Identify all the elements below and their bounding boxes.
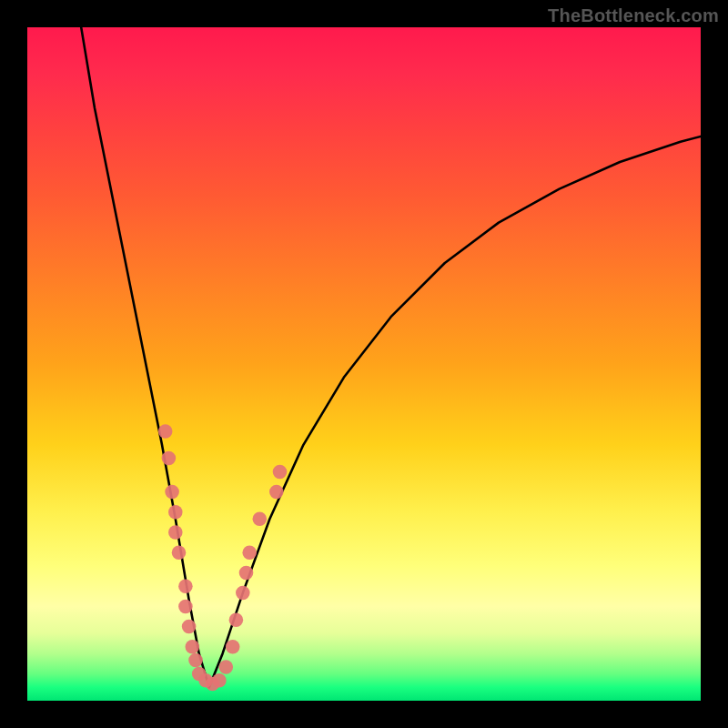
data-point	[239, 566, 254, 581]
data-point	[178, 579, 193, 593]
data-point	[178, 600, 193, 614]
data-point	[269, 485, 284, 500]
outer-frame: TheBottleneck.com	[0, 0, 728, 728]
data-point	[242, 545, 257, 560]
data-point	[158, 424, 173, 439]
data-point	[168, 505, 183, 520]
data-point	[188, 653, 203, 668]
chart-svg	[27, 27, 701, 701]
brand-watermark: TheBottleneck.com	[548, 5, 719, 26]
data-point	[226, 640, 240, 654]
plot-area	[27, 27, 701, 701]
data-point	[273, 465, 288, 480]
data-point	[229, 612, 244, 627]
data-point	[219, 660, 234, 674]
data-point	[182, 620, 197, 634]
data-point	[186, 640, 200, 654]
data-point	[236, 586, 250, 601]
data-point	[162, 451, 177, 466]
data-point	[165, 485, 179, 500]
data-point	[168, 525, 183, 540]
curve-group	[81, 27, 701, 687]
data-point	[212, 673, 227, 688]
curve-right-branch	[209, 136, 701, 687]
data-point	[172, 545, 187, 560]
data-point	[253, 511, 268, 526]
